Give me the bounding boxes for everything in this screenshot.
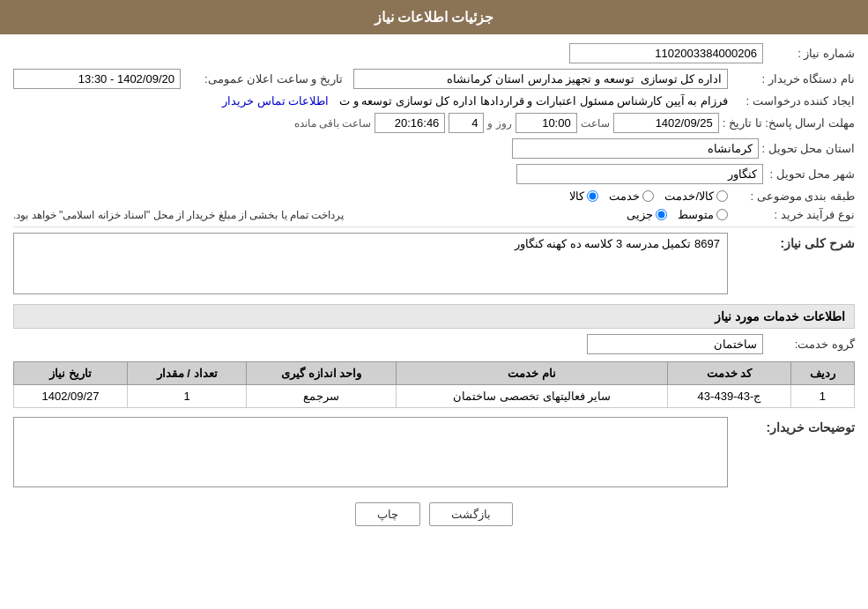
tozihat-row: توضیحات خریدار: [13,417,855,490]
shahr-input[interactable] [516,164,763,184]
bazgasht-button[interactable]: بازگشت [429,502,513,526]
tabaqe-khadamat-radio[interactable] [642,190,654,202]
shomare-niaz-row: شماره نیاز : [13,43,855,63]
tabaqe-label: طبقه بندی موضوعی : [731,189,855,203]
cell-radif: 1 [790,385,854,408]
group-khadamat-label: گروه خدمت: [767,338,855,351]
etelaat-section-title: اطلاعات خدمات مورد نیاز [13,304,855,329]
ijad-row: ایجاد کننده درخواست : فرزام به آیین کارش… [13,94,855,108]
mohlat-label: مهلت ارسال پاسخ: تا تاریخ : [723,116,855,130]
tozihat-label: توضیحات خریدار: [731,417,855,434]
noe-radio-group: متوسط جزیی [347,208,728,221]
group-khadamat-input[interactable] [587,334,763,354]
cell-unit: سرجمع [247,385,397,408]
col-count: تعداد / مقدار [128,362,247,385]
mohlat-row: مهلت ارسال پاسخ: تا تاریخ : ساعت روز و س… [13,113,855,133]
page-title: جزئیات اطلاعات نیاز [375,10,494,25]
noe-jozei-radio[interactable] [656,209,667,220]
tarikh-pasokh-time-input[interactable] [516,113,577,133]
col-name: نام خدمت [397,362,668,385]
shahr-label: شهر محل تحویل : [767,167,855,181]
nam-dastgah-row: نام دستگاه خریدار : تاریخ و ساعت اعلان ع… [13,69,855,89]
tarikh-elan-input[interactable] [13,69,181,89]
shomare-niaz-label: شماره نیاز : [767,47,855,60]
ijad-link[interactable]: اطلاعات تماس خریدار [222,94,329,108]
rooz-label: روز و [487,117,511,130]
ijad-value: فرزام به آیین کارشناس مسئول اعتبارات و ق… [339,94,728,108]
shomare-niaz-input[interactable] [569,43,763,63]
noe-mottasat-label: متوسط [678,208,714,221]
tabaqe-row: طبقه بندی موضوعی : کالا/خدمت خدمت کالا [13,189,855,203]
tabaqe-kala-label: کالا [569,189,584,203]
sharh-section: شرح کلی نیاز: [13,233,855,297]
col-code: کد خدمت [668,362,790,385]
services-table-container: ردیف کد خدمت نام خدمت واحد اندازه گیری ت… [13,361,855,408]
tabaqe-kala-khadamat-label: کالا/خدمت [664,189,714,203]
noe-farayand-label: نوع فرآیند خرید : [731,208,855,221]
noe-jozei-label: جزیی [627,208,653,221]
services-table: ردیف کد خدمت نام خدمت واحد اندازه گیری ت… [13,361,855,408]
cell-name: سایر فعالیتهای تخصصی ساختمان [397,385,668,408]
buttons-row: بازگشت چاپ [13,502,855,538]
saet-label: ساعت [581,117,610,130]
ostan-row: استان محل تحویل : [13,138,855,159]
ijad-label: ایجاد کننده درخواست : [731,94,855,108]
tabaqe-khadamat-item: خدمت [609,189,654,203]
cell-count: 1 [128,385,247,408]
tabaqe-kala-item: کالا [569,189,598,203]
tarikh-pasokh-mande-input[interactable] [375,113,445,133]
nam-dastgah-input[interactable] [353,69,728,89]
noe-note: پرداخت تمام یا بخشی از مبلغ خریدار از مح… [13,209,344,221]
ostan-input[interactable] [512,138,759,159]
tabaqe-khadamat-label: خدمت [609,189,640,203]
noe-jozei-item: جزیی [627,208,667,221]
col-unit: واحد اندازه گیری [247,362,397,385]
sharh-label: شرح کلی نیاز: [731,233,855,250]
tabaqe-kala-khadamat-item: کالا/خدمت [664,189,728,203]
tabaqe-kala-radio[interactable] [587,190,598,202]
page-wrapper: جزئیات اطلاعات نیاز شماره نیاز : نام دست… [0,0,868,609]
saet-baghi-label: ساعت باقی مانده [294,117,372,130]
table-header-row: ردیف کد خدمت نام خدمت واحد اندازه گیری ت… [14,362,855,385]
table-head: ردیف کد خدمت نام خدمت واحد اندازه گیری ت… [14,362,855,385]
table-body: 1 ج-43-439-43 سایر فعالیتهای تخصصی ساختم… [14,385,855,408]
page-header: جزئیات اطلاعات نیاز [0,0,868,34]
shahr-row: شهر محل تحویل : [13,164,855,184]
col-radif: ردیف [790,362,854,385]
col-date: تاریخ نیاز [14,362,128,385]
tabaqe-radio-group: کالا/خدمت خدمت کالا [569,189,728,203]
noe-farayand-row: نوع فرآیند خرید : متوسط جزیی پرداخت تمام… [13,208,855,221]
tarikh-pasokh-date-input[interactable] [613,113,719,133]
tozihat-textarea[interactable] [13,417,728,487]
sharh-textarea[interactable] [13,233,728,294]
chap-button[interactable]: چاپ [355,502,420,526]
noe-mottasat-item: متوسط [678,208,728,221]
divider1 [13,227,855,227]
cell-code: ج-43-439-43 [668,385,790,408]
group-khadamat-row: گروه خدمت: [13,334,855,354]
nam-dastgah-label: نام دستگاه خریدار : [731,72,855,85]
tarikh-pasokh-rooz-input[interactable] [449,113,484,133]
tabaqe-kala-khadamat-radio[interactable] [716,190,728,202]
cell-date: 1402/09/27 [14,385,128,408]
content-area: شماره نیاز : نام دستگاه خریدار : تاریخ و… [0,34,868,547]
noe-mottasat-radio[interactable] [716,209,728,220]
tarikh-elan-label: تاریخ و ساعت اعلان عمومی: [184,72,343,85]
ostan-label: استان محل تحویل : [762,142,855,155]
table-row: 1 ج-43-439-43 سایر فعالیتهای تخصصی ساختم… [14,385,855,408]
